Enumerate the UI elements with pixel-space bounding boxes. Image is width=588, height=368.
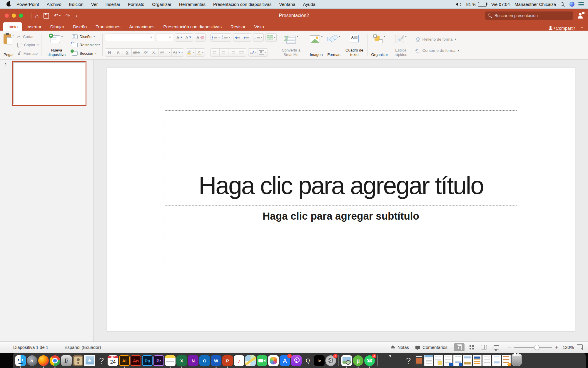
font-color-button[interactable]: A▾ [196, 49, 205, 56]
slideshow-view-button[interactable] [491, 343, 502, 351]
dock-minimized-window[interactable] [482, 355, 491, 366]
dock-chrome-icon[interactable] [50, 355, 60, 366]
section-button[interactable]: Sección▾ [72, 50, 100, 56]
dock-facetime-icon[interactable] [257, 355, 267, 366]
paste-button[interactable]: ▾ Pegar [2, 32, 15, 57]
dock-powerpoint-icon[interactable]: P [222, 355, 233, 366]
menubar-item[interactable]: Insertar [101, 2, 124, 7]
dock-premiere-icon[interactable]: Pr [153, 355, 164, 366]
dock-photoshop-icon[interactable]: Ps [142, 355, 153, 366]
chevron-down-icon[interactable]: ▼ [167, 34, 173, 41]
cut-button[interactable]: ✂Cortar [17, 34, 39, 39]
dock-appletv-icon[interactable]: tv [314, 355, 325, 366]
zoom-out-button[interactable]: − [508, 344, 511, 350]
save-icon[interactable] [44, 13, 49, 19]
reset-button[interactable]: Restablecer [72, 42, 100, 48]
text-direction-button[interactable]: ↓↓A▾ [248, 49, 258, 56]
menubar-user[interactable]: Mariaesther Chicaiza [514, 2, 556, 7]
tab-diseno[interactable]: Diseño [69, 22, 91, 31]
dock-minimized-window[interactable] [473, 355, 482, 366]
dock-trash-icon[interactable] [512, 355, 522, 366]
align-right-button[interactable] [228, 49, 237, 56]
strikethrough-button[interactable]: abe [132, 49, 141, 56]
dock-appstore-icon[interactable]: 3 A [280, 355, 290, 366]
menubar-item[interactable]: Ver [87, 2, 102, 7]
dock-minimized-window[interactable] [502, 355, 511, 366]
dock-whatsapp-icon[interactable]: 3 ☎ [364, 355, 375, 366]
spotlight-search-icon[interactable] [561, 2, 565, 6]
reading-view-button[interactable] [479, 343, 489, 351]
copy-button[interactable]: Copiar▾ [17, 42, 39, 48]
account-avatar[interactable] [577, 13, 583, 19]
dock-document-docx[interactable] [392, 355, 402, 366]
tab-dibujar[interactable]: Dibujar [46, 22, 69, 31]
insert-image-button[interactable]: ▾ Imagen [309, 32, 324, 57]
justify-button[interactable] [237, 49, 246, 56]
subtitle-placeholder[interactable]: Haga clic para agregar subtítulo [165, 205, 517, 270]
menubar-item[interactable]: Presentación con diapositivas [209, 2, 275, 7]
notes-button[interactable]: Notas [391, 345, 409, 350]
dock-document-txt[interactable] [380, 355, 391, 366]
font-size-select[interactable]: ▼ [156, 34, 173, 41]
customize-toolbar-icon[interactable]: ▾ [75, 15, 78, 17]
chevron-down-icon[interactable]: ▼ [148, 34, 154, 41]
arrange-button[interactable]: ▾ Organizar [370, 32, 389, 57]
dock-notes-icon[interactable] [165, 355, 176, 366]
slide-thumbnail[interactable] [12, 61, 86, 106]
zoom-in-button[interactable]: + [555, 344, 558, 350]
dock-missing-doc-icon[interactable]: ? [403, 355, 414, 366]
increase-font-button[interactable]: A [175, 34, 184, 41]
home-icon[interactable]: ⌂ [35, 13, 39, 19]
convert-smartart-button[interactable]: ▾ Convertir a SmartArt [278, 32, 304, 57]
dock-minimized-window[interactable] [415, 355, 423, 366]
dock-podcasts-icon[interactable] [291, 355, 302, 366]
menubar-item[interactable]: Archivo [43, 2, 65, 7]
decrease-indent-button[interactable] [233, 34, 242, 41]
bold-button[interactable]: N [105, 49, 114, 56]
dock-outlook-icon[interactable]: O [199, 355, 210, 366]
zoom-slider[interactable] [514, 347, 552, 348]
dock-illustrator-icon[interactable]: Ai [119, 355, 130, 366]
dock-minimized-window[interactable] [463, 355, 472, 366]
format-painter-button[interactable]: Formato [17, 50, 39, 56]
bullets-button[interactable]: ▾ [211, 34, 221, 41]
underline-button[interactable]: S [123, 49, 132, 56]
menubar-item[interactable]: PowerPoint [13, 2, 43, 7]
slide-canvas[interactable]: Haga clic para agregar título Haga clic … [107, 68, 575, 331]
align-center-button[interactable] [220, 49, 228, 56]
layout-button[interactable]: Diseño▾ [72, 34, 100, 39]
text-highlight-button[interactable]: ▾ [186, 49, 196, 56]
dock-preview-icon[interactable] [341, 355, 352, 366]
apple-menu-icon[interactable] [6, 2, 11, 6]
dock-finder-icon[interactable] [15, 355, 26, 366]
collapse-ribbon-icon[interactable]: ⌃ [580, 26, 583, 30]
paste-dropdown-icon[interactable]: ▾ [12, 34, 14, 37]
menubar-clock[interactable]: Vie 07:04 [491, 2, 510, 7]
normal-view-button[interactable] [454, 343, 465, 351]
dock-minimized-window[interactable] [434, 355, 443, 366]
quick-styles-button[interactable]: ▾ Estilos rápidos [392, 32, 410, 57]
dock-mail-icon[interactable] [84, 355, 95, 366]
numbering-button[interactable]: ▾ [221, 34, 231, 41]
tab-revisar[interactable]: Revisar [226, 22, 250, 31]
tab-presentacion-con-diapositivas[interactable]: Presentación con diapositivas [159, 22, 226, 31]
character-spacing-button[interactable]: AV↔▾ [159, 49, 172, 56]
decrease-font-button[interactable]: A [184, 34, 193, 41]
dock-quicktime-icon[interactable]: Q [303, 355, 313, 366]
insert-shapes-button[interactable]: ▾ Formas [326, 32, 341, 57]
dock-music-icon[interactable]: ♪ [234, 355, 244, 366]
language-label[interactable]: Español (Ecuador) [64, 345, 101, 350]
dock-photos-icon[interactable] [268, 355, 279, 366]
menubar-item[interactable]: Ventana [275, 2, 299, 7]
tab-vista[interactable]: Vista [250, 22, 268, 31]
menubar-item[interactable]: Formato [124, 2, 148, 7]
tab-animaciones[interactable]: Animaciones [125, 22, 159, 31]
shape-outline-button[interactable]: Contorno de forma ▾ [415, 48, 459, 53]
italic-button[interactable]: K [114, 49, 123, 56]
dock-minimized-window[interactable] [492, 355, 501, 366]
subscript-button[interactable]: X₂ [150, 49, 159, 56]
redo-icon[interactable]: ↷ [65, 13, 70, 19]
increase-indent-button[interactable] [242, 34, 251, 41]
new-slide-dropdown-icon[interactable]: ▾ [61, 35, 63, 38]
clear-formatting-button[interactable]: A [195, 34, 205, 41]
